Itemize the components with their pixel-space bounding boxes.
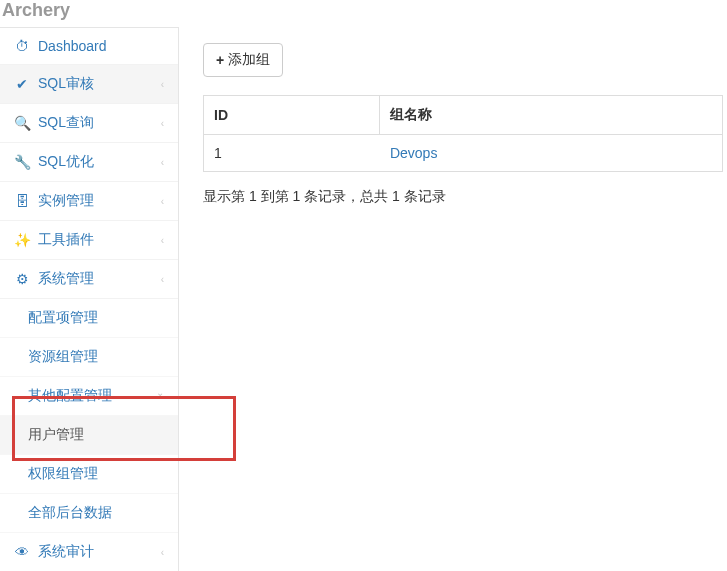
chevron-left-icon: ‹ bbox=[161, 118, 164, 129]
chevron-left-icon: ‹ bbox=[161, 157, 164, 168]
sub-label: 配置项管理 bbox=[28, 309, 98, 325]
nav-label: 工具插件 bbox=[38, 231, 94, 249]
wrench-icon: 🔧 bbox=[14, 154, 30, 170]
check-icon: ✔ bbox=[14, 76, 30, 92]
table-header-row: ID 组名称 bbox=[204, 96, 723, 135]
sidebar-sub-resourcegroup[interactable]: 资源组管理 bbox=[0, 338, 178, 377]
chevron-down-icon: ⌄ bbox=[156, 387, 164, 398]
nav-dashboard[interactable]: ⏱ Dashboard bbox=[0, 28, 178, 65]
nav-sql-query[interactable]: 🔍 SQL查询 ‹ bbox=[0, 104, 178, 143]
plus-icon: + bbox=[216, 52, 224, 68]
cell-id: 1 bbox=[204, 135, 380, 172]
add-group-button[interactable]: + 添加组 bbox=[203, 43, 283, 77]
sub-label: 其他配置管理 bbox=[28, 387, 112, 403]
gears-icon: ⚙ bbox=[14, 271, 30, 287]
app-title: Archery bbox=[0, 0, 727, 27]
group-link[interactable]: Devops bbox=[390, 145, 437, 161]
nav-instance[interactable]: 🗄 实例管理 ‹ bbox=[0, 182, 178, 221]
chevron-left-icon: ‹ bbox=[161, 196, 164, 207]
cell-name: Devops bbox=[380, 135, 723, 172]
sidebar-sub-allbackend[interactable]: 全部后台数据 bbox=[0, 494, 178, 533]
nav-label: 实例管理 bbox=[38, 192, 94, 210]
database-icon: 🗄 bbox=[14, 193, 30, 209]
pagination-info: 显示第 1 到第 1 条记录，总共 1 条记录 bbox=[203, 188, 727, 206]
group-table: ID 组名称 1 Devops bbox=[203, 95, 723, 172]
search-icon: 🔍 bbox=[14, 115, 30, 131]
nav-systemaudit[interactable]: 👁 系统审计 ‹ bbox=[0, 533, 178, 571]
nav-label: SQL审核 bbox=[38, 75, 94, 93]
chevron-left-icon: ‹ bbox=[161, 547, 164, 558]
nav-label: 系统管理 bbox=[38, 270, 94, 288]
sidebar-sub-otherconfig[interactable]: 其他配置管理 ⌄ bbox=[0, 377, 178, 416]
nav-label: SQL优化 bbox=[38, 153, 94, 171]
col-id[interactable]: ID bbox=[204, 96, 380, 135]
nav-plugin[interactable]: ✨ 工具插件 ‹ bbox=[0, 221, 178, 260]
nav-label: Dashboard bbox=[38, 38, 107, 54]
nav-system[interactable]: ⚙ 系统管理 ‹ bbox=[0, 260, 178, 299]
sub-label: 用户管理 bbox=[28, 426, 84, 442]
chevron-left-icon: ‹ bbox=[161, 79, 164, 90]
sidebar: ⏱ Dashboard ✔ SQL审核 ‹ 🔍 SQL查询 ‹ 🔧 SQL优化 … bbox=[0, 27, 179, 571]
nav-sql-audit[interactable]: ✔ SQL审核 ‹ bbox=[0, 65, 178, 104]
sub-label: 权限组管理 bbox=[28, 465, 98, 481]
nav-label: SQL查询 bbox=[38, 114, 94, 132]
button-label: 添加组 bbox=[228, 51, 270, 69]
sidebar-sub-config[interactable]: 配置项管理 bbox=[0, 299, 178, 338]
main-content: + 添加组 ID 组名称 1 Devops bbox=[179, 27, 727, 571]
sidebar-sub-usermgmt[interactable]: 用户管理 bbox=[0, 416, 178, 455]
nav-sql-optimize[interactable]: 🔧 SQL优化 ‹ bbox=[0, 143, 178, 182]
dashboard-icon: ⏱ bbox=[14, 38, 30, 54]
chevron-left-icon: ‹ bbox=[161, 274, 164, 285]
magic-icon: ✨ bbox=[14, 232, 30, 248]
eye-icon: 👁 bbox=[14, 544, 30, 560]
sub-label: 资源组管理 bbox=[28, 348, 98, 364]
nav-label: 系统审计 bbox=[38, 543, 94, 561]
col-name[interactable]: 组名称 bbox=[380, 96, 723, 135]
table-row: 1 Devops bbox=[204, 135, 723, 172]
chevron-left-icon: ‹ bbox=[161, 235, 164, 246]
sidebar-sub-permgroup[interactable]: 权限组管理 bbox=[0, 455, 178, 494]
sub-label: 全部后台数据 bbox=[28, 504, 112, 520]
